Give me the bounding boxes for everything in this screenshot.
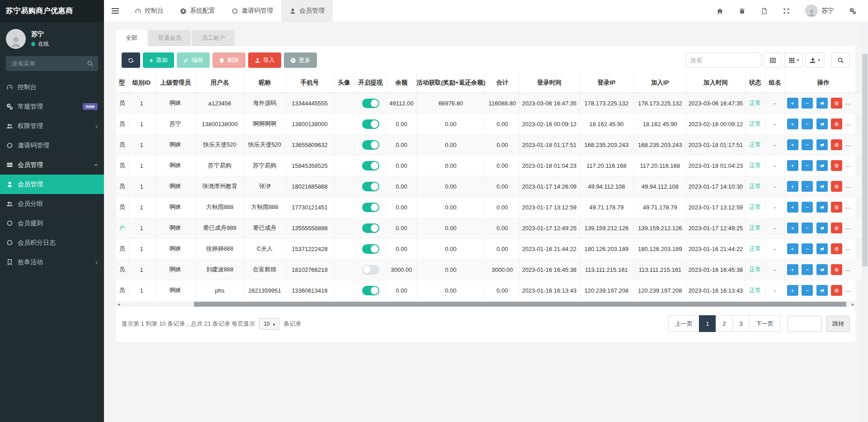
edit-row-button[interactable] xyxy=(846,285,857,296)
edit-row-button[interactable] xyxy=(846,223,857,233)
ban-button[interactable] xyxy=(831,243,842,254)
tab-invite-codes[interactable]: 邀请码管理 xyxy=(223,0,281,22)
plus-button[interactable]: + xyxy=(787,264,798,275)
edit-button[interactable]: 编辑 xyxy=(177,52,210,68)
ban-button[interactable] xyxy=(831,119,842,129)
tab-normal-members[interactable]: 普通会员 xyxy=(148,30,191,46)
page-button-1[interactable]: 1 xyxy=(699,315,716,332)
columns-button[interactable]: ▾ xyxy=(784,52,803,68)
sidebar-item-invite-codes[interactable]: 邀请码管理 xyxy=(0,136,104,155)
megaphone-button[interactable] xyxy=(816,243,828,254)
minus-button[interactable]: − xyxy=(802,181,813,192)
tab-staff-accounts[interactable]: 员工账户 xyxy=(192,30,235,46)
withdraw-toggle[interactable] xyxy=(362,99,379,108)
edit-row-button[interactable] xyxy=(846,98,857,109)
page-size-dropdown[interactable]: 10▴ xyxy=(259,318,279,330)
megaphone-button[interactable] xyxy=(816,202,828,213)
tab-all[interactable]: 全部 xyxy=(116,30,147,46)
import-button[interactable]: 导入 xyxy=(248,52,281,68)
megaphone-button[interactable] xyxy=(816,223,828,233)
ban-button[interactable] xyxy=(831,181,842,192)
megaphone-button[interactable] xyxy=(816,98,828,109)
withdraw-toggle[interactable] xyxy=(362,223,379,233)
scroll-left-arrow-icon[interactable]: ◂ xyxy=(118,301,120,307)
search-icon[interactable] xyxy=(87,60,94,67)
minus-button[interactable]: − xyxy=(802,139,813,150)
ban-button[interactable] xyxy=(831,202,842,213)
fullscreen-icon[interactable] xyxy=(783,8,790,14)
plus-button[interactable]: + xyxy=(787,119,798,129)
withdraw-toggle[interactable] xyxy=(362,182,379,191)
search-button[interactable] xyxy=(831,52,850,68)
edit-row-button[interactable] xyxy=(846,243,857,254)
sidebar-item-member-management[interactable]: 会员管理 xyxy=(0,175,104,194)
megaphone-button[interactable] xyxy=(816,119,828,129)
refresh-button[interactable] xyxy=(122,52,140,68)
tab-dashboard[interactable]: 控制台 xyxy=(127,0,172,22)
tab-members[interactable]: 会员管理 xyxy=(281,0,333,22)
sidebar-search-input[interactable] xyxy=(6,56,98,71)
edit-row-button[interactable] xyxy=(846,202,857,213)
sidebar-item-members-parent[interactable]: 会员管理› xyxy=(0,155,104,175)
withdraw-toggle[interactable] xyxy=(362,161,379,171)
jump-page-input[interactable] xyxy=(788,316,822,332)
plus-button[interactable]: + xyxy=(787,223,798,233)
vertical-scrollbar-thumb[interactable] xyxy=(862,54,868,266)
edit-row-button[interactable] xyxy=(846,119,857,129)
file-icon[interactable] xyxy=(761,8,768,14)
page-button-3[interactable]: 3 xyxy=(732,315,750,332)
edit-row-button[interactable] xyxy=(846,139,857,150)
sidebar-item-dashboard[interactable]: 控制台 xyxy=(0,77,104,97)
navbar-user-menu[interactable]: 苏宁 xyxy=(805,5,834,17)
megaphone-button[interactable] xyxy=(816,139,828,150)
ban-button[interactable] xyxy=(831,139,842,150)
jump-button[interactable]: 跳转 xyxy=(826,316,850,332)
sidebar-item-member-groups[interactable]: 会员分组 xyxy=(0,194,104,213)
settings-gears-icon[interactable] xyxy=(849,8,856,14)
plus-button[interactable]: + xyxy=(787,160,798,171)
withdraw-toggle[interactable] xyxy=(362,244,379,254)
plus-button[interactable]: + xyxy=(787,181,798,192)
ban-button[interactable] xyxy=(831,285,842,296)
toggle-view-button[interactable] xyxy=(764,52,782,68)
home-icon[interactable] xyxy=(717,8,723,14)
withdraw-toggle[interactable] xyxy=(362,286,379,295)
add-button[interactable]: +添加 xyxy=(143,52,174,68)
megaphone-button[interactable] xyxy=(816,160,828,171)
delete-button[interactable]: 删除 xyxy=(212,52,245,68)
scroll-right-arrow-icon[interactable]: ▸ xyxy=(852,301,854,307)
minus-button[interactable]: − xyxy=(802,264,813,275)
withdraw-toggle[interactable] xyxy=(362,140,379,150)
plus-button[interactable]: + xyxy=(787,98,798,109)
withdraw-toggle[interactable] xyxy=(362,119,379,129)
trash-icon[interactable] xyxy=(739,8,745,14)
plus-button[interactable]: + xyxy=(787,139,798,150)
more-button[interactable]: 更多 xyxy=(284,52,317,68)
ban-button[interactable] xyxy=(831,98,842,109)
minus-button[interactable]: − xyxy=(802,98,813,109)
withdraw-toggle[interactable] xyxy=(362,203,379,212)
megaphone-button[interactable] xyxy=(816,264,828,275)
ban-button[interactable] xyxy=(831,264,842,275)
vertical-scrollbar[interactable] xyxy=(862,22,868,422)
sidebar-item-member-rules[interactable]: 会员规则 xyxy=(0,213,104,233)
export-button[interactable]: ▾ xyxy=(805,52,824,68)
megaphone-button[interactable] xyxy=(816,285,828,296)
minus-button[interactable]: − xyxy=(802,223,813,233)
minus-button[interactable]: − xyxy=(802,243,813,254)
minus-button[interactable]: − xyxy=(802,202,813,213)
prev-page-button[interactable]: 上一页 xyxy=(668,315,699,332)
horizontal-scrollbar[interactable]: ◂ ▸ xyxy=(116,301,855,307)
tab-system-config[interactable]: 系统配置 xyxy=(172,0,223,22)
edit-row-button[interactable] xyxy=(846,181,857,192)
table-search-input[interactable] xyxy=(685,52,761,68)
megaphone-button[interactable] xyxy=(816,181,828,192)
sidebar-item-member-score-logs[interactable]: 会员积分日志 xyxy=(0,233,104,252)
sidebar-toggle-button[interactable] xyxy=(104,0,127,22)
ban-button[interactable] xyxy=(831,223,842,233)
page-button-2[interactable]: 2 xyxy=(716,315,733,332)
minus-button[interactable]: − xyxy=(802,160,813,171)
horizontal-scrollbar-thumb[interactable] xyxy=(194,302,847,307)
sidebar-item-permissions[interactable]: 权限管理‹ xyxy=(0,116,104,136)
withdraw-toggle[interactable] xyxy=(362,265,379,275)
